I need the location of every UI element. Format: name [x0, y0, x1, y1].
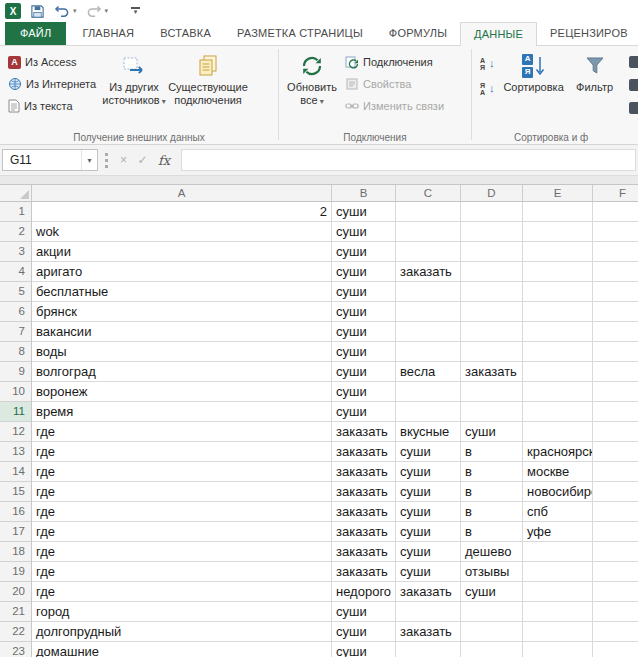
- cell-D2[interactable]: [461, 222, 523, 242]
- cut-off-ribbon-button[interactable]: [629, 79, 638, 91]
- cell-F2[interactable]: [593, 222, 638, 242]
- cell-C4[interactable]: заказать: [396, 262, 461, 282]
- cell-D7[interactable]: [461, 322, 523, 342]
- column-header-A[interactable]: A: [32, 185, 332, 202]
- row-header-8[interactable]: 8: [0, 342, 32, 362]
- cut-off-ribbon-button[interactable]: [629, 102, 638, 114]
- cell-F23[interactable]: [593, 642, 638, 657]
- tab-file[interactable]: ФАЙЛ: [5, 22, 66, 45]
- column-header-B[interactable]: B: [332, 185, 396, 202]
- cell-B14[interactable]: заказать: [332, 462, 396, 482]
- cell-C16[interactable]: суши: [396, 502, 461, 522]
- cell-D9[interactable]: заказать: [461, 362, 523, 382]
- chevron-down-icon[interactable]: ▾: [81, 150, 97, 170]
- cell-C9[interactable]: весла: [396, 362, 461, 382]
- cell-D14[interactable]: в: [461, 462, 523, 482]
- cell-C19[interactable]: суши: [396, 562, 461, 582]
- row-header-12[interactable]: 12: [0, 422, 32, 442]
- row-header-6[interactable]: 6: [0, 302, 32, 322]
- cell-F4[interactable]: [593, 262, 638, 282]
- cell-D10[interactable]: [461, 382, 523, 402]
- row-header-5[interactable]: 5: [0, 282, 32, 302]
- cell-F18[interactable]: [593, 542, 638, 562]
- cell-A16[interactable]: где: [32, 502, 332, 522]
- cell-E3[interactable]: [523, 242, 593, 262]
- cell-A12[interactable]: где: [32, 422, 332, 442]
- cancel-button[interactable]: ×: [114, 153, 133, 167]
- enter-button[interactable]: ✓: [133, 153, 152, 167]
- cell-F8[interactable]: [593, 342, 638, 362]
- tab-review[interactable]: РЕЦЕНЗИРОВ: [537, 22, 638, 45]
- cell-C6[interactable]: [396, 302, 461, 322]
- from-text-button[interactable]: Из текста: [4, 95, 100, 117]
- column-header-C[interactable]: C: [396, 185, 461, 202]
- cell-C17[interactable]: суши: [396, 522, 461, 542]
- cell-A2[interactable]: wok: [32, 222, 332, 242]
- cell-F6[interactable]: [593, 302, 638, 322]
- cell-F17[interactable]: [593, 522, 638, 542]
- existing-connections-button[interactable]: Существующие подключения: [168, 48, 248, 129]
- cell-B12[interactable]: заказать: [332, 422, 396, 442]
- cell-B8[interactable]: суши: [332, 342, 396, 362]
- formula-bar-resize-handle[interactable]: [105, 153, 108, 168]
- cell-F21[interactable]: [593, 602, 638, 622]
- cell-D20[interactable]: суши: [461, 582, 523, 602]
- cell-D21[interactable]: [461, 602, 523, 622]
- properties-button[interactable]: Свойства: [341, 73, 448, 95]
- chevron-down-icon[interactable]: ▾: [105, 7, 109, 15]
- cell-C10[interactable]: [396, 382, 461, 402]
- cell-C22[interactable]: заказать: [396, 622, 461, 642]
- cell-E8[interactable]: [523, 342, 593, 362]
- cell-E9[interactable]: [523, 362, 593, 382]
- cell-F16[interactable]: [593, 502, 638, 522]
- chevron-down-icon[interactable]: ▾: [73, 7, 77, 15]
- row-header-20[interactable]: 20: [0, 582, 32, 602]
- cell-E16[interactable]: спб: [523, 502, 593, 522]
- cell-F14[interactable]: [593, 462, 638, 482]
- cell-A4[interactable]: аригато: [32, 262, 332, 282]
- cell-D18[interactable]: дешево: [461, 542, 523, 562]
- cell-D23[interactable]: [461, 642, 523, 657]
- cell-A13[interactable]: где: [32, 442, 332, 462]
- row-header-7[interactable]: 7: [0, 322, 32, 342]
- row-header-23[interactable]: 23: [0, 642, 32, 657]
- cell-B2[interactable]: суши: [332, 222, 396, 242]
- cell-F10[interactable]: [593, 382, 638, 402]
- cell-C15[interactable]: суши: [396, 482, 461, 502]
- cell-F9[interactable]: [593, 362, 638, 382]
- cell-B4[interactable]: суши: [332, 262, 396, 282]
- cell-C13[interactable]: суши: [396, 442, 461, 462]
- insert-function-button[interactable]: fx: [152, 153, 176, 168]
- cell-A14[interactable]: где: [32, 462, 332, 482]
- select-all-corner[interactable]: [0, 185, 32, 202]
- cell-C8[interactable]: [396, 342, 461, 362]
- cell-B20[interactable]: недорого: [332, 582, 396, 602]
- edit-links-button[interactable]: Изменить связи: [341, 95, 448, 117]
- cell-B15[interactable]: заказать: [332, 482, 396, 502]
- redo-button[interactable]: ▾: [86, 4, 109, 18]
- sort-ascending-button[interactable]: АЯ ↓: [476, 51, 499, 76]
- cell-D16[interactable]: в: [461, 502, 523, 522]
- cell-D11[interactable]: [461, 402, 523, 422]
- cell-E4[interactable]: [523, 262, 593, 282]
- tab-insert[interactable]: ВСТАВКА: [147, 22, 224, 45]
- cut-off-ribbon-button[interactable]: [629, 56, 638, 68]
- cell-C2[interactable]: [396, 222, 461, 242]
- tab-formulas[interactable]: ФОРМУЛЫ: [376, 22, 460, 45]
- cell-B1[interactable]: суши: [332, 202, 396, 222]
- sort-descending-button[interactable]: ЯА ↓: [476, 76, 499, 101]
- cell-E12[interactable]: [523, 422, 593, 442]
- cell-F13[interactable]: [593, 442, 638, 462]
- cell-B17[interactable]: заказать: [332, 522, 396, 542]
- cell-B6[interactable]: суши: [332, 302, 396, 322]
- row-header-13[interactable]: 13: [0, 442, 32, 462]
- cell-E6[interactable]: [523, 302, 593, 322]
- cell-E22[interactable]: [523, 622, 593, 642]
- cell-A5[interactable]: бесплатные: [32, 282, 332, 302]
- cell-A8[interactable]: воды: [32, 342, 332, 362]
- row-header-10[interactable]: 10: [0, 382, 32, 402]
- undo-button[interactable]: ▾: [54, 4, 77, 18]
- cell-D5[interactable]: [461, 282, 523, 302]
- cell-F22[interactable]: [593, 622, 638, 642]
- row-header-11[interactable]: 11: [0, 402, 32, 422]
